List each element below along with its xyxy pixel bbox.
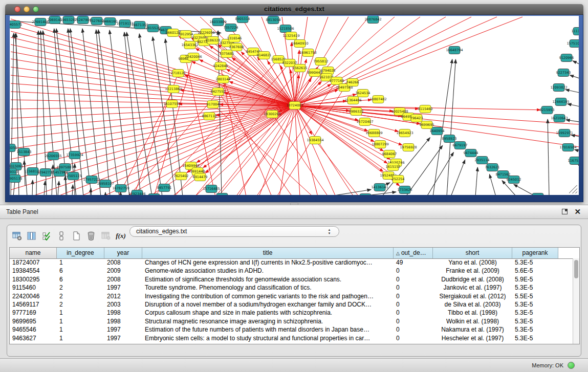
graph-node[interactable]: 2405571 — [10, 21, 22, 29]
graph-node[interactable]: 1615152 — [386, 163, 401, 171]
graph-node[interactable]: 8427552 — [211, 88, 226, 96]
graph-node[interactable]: 27691406 — [32, 18, 49, 26]
table-row[interactable]: 977716911998Corpus callosum shape and si… — [10, 309, 573, 317]
canvas-resize-grip[interactable] — [569, 185, 577, 193]
table-row[interactable]: 1872400712008Changes of HCN gene express… — [10, 258, 573, 267]
graph-node[interactable]: 19654923 — [396, 129, 413, 137]
table-row[interactable]: 946362711997Embryonic stem cells: a mode… — [10, 334, 573, 342]
column-header-pagerank[interactable]: pagerank — [512, 248, 558, 258]
graph-node[interactable]: 5905135 — [10, 175, 22, 183]
graph-node[interactable]: 15992971 — [556, 129, 573, 137]
column-header-title[interactable]: title — [142, 248, 394, 258]
graph-node[interactable]: 9227343 — [556, 69, 571, 77]
graph-node[interactable]: 17359924 — [66, 151, 83, 159]
graph-node[interactable]: 1167533 — [568, 157, 579, 165]
graph-node[interactable]: 16210643 — [551, 115, 568, 122]
graph-node[interactable]: 18807299 — [372, 141, 388, 148]
graph-node[interactable]: 6679197 — [453, 142, 468, 149]
function-builder-icon[interactable]: f(x) — [114, 230, 127, 242]
memory-status-indicator[interactable] — [568, 362, 575, 369]
table-row[interactable]: 969969511998Structural magnetic resonanc… — [10, 317, 573, 325]
graph-node[interactable]: 8920543 — [215, 193, 230, 195]
graph-node[interactable]: 2986322 — [349, 108, 364, 116]
table-row[interactable]: 2242004622012Investigating the contribut… — [10, 292, 573, 300]
graph-node[interactable]: 9457791 — [157, 184, 172, 192]
graph-node[interactable]: 7632621 — [485, 164, 500, 171]
graph-node[interactable]: 796423 — [410, 115, 423, 122]
graph-node[interactable]: 1733426 — [398, 186, 412, 194]
window-titlebar[interactable]: citations_edges.txt — [5, 4, 583, 15]
graph-node[interactable]: 16543362 — [181, 41, 198, 49]
graph-node[interactable]: 12444195 — [552, 98, 569, 106]
delete-table-icon[interactable] — [84, 230, 98, 242]
graph-node[interactable]: 7625402 — [174, 172, 189, 180]
graph-node[interactable]: 1527602 — [90, 17, 104, 25]
row-height-icon[interactable] — [55, 230, 68, 242]
graph-node[interactable]: 19756928 — [400, 144, 417, 151]
graph-node[interactable]: 1316546 — [227, 35, 242, 42]
network-canvas[interactable]: 2405571276914062069141106532871524790415… — [10, 16, 579, 195]
graph-node[interactable]: 9474444 — [464, 149, 478, 157]
float-panel-icon[interactable] — [562, 209, 568, 214]
graph-node[interactable]: 2718126 — [171, 70, 186, 77]
column-header-year[interactable]: year — [104, 248, 142, 258]
graph-node[interactable]: 5912954 — [179, 31, 193, 38]
graph-node[interactable]: 8215953 — [540, 106, 555, 114]
minimize-window-button[interactable] — [24, 6, 30, 12]
table-row[interactable]: 1830029562008Estimation of significance … — [10, 275, 573, 283]
graph-node[interactable]: 1513843 — [17, 148, 32, 156]
table-scrollbar-thumb[interactable] — [574, 260, 578, 278]
graph-node[interactable]: 7955812 — [314, 58, 329, 65]
graph-node[interactable]: 1111853 — [572, 28, 579, 35]
graph-node[interactable]: 252254 — [392, 176, 405, 183]
graph-node[interactable]: 2935114 — [475, 157, 490, 164]
graph-node[interactable]: 9146821 — [257, 52, 272, 59]
create-table-icon[interactable] — [70, 230, 83, 242]
show-columns-icon[interactable] — [25, 230, 38, 242]
graph-node[interactable]: 8958923 — [442, 135, 457, 143]
graph-node[interactable]: 3375685 — [220, 50, 234, 58]
graph-node[interactable]: 15218506 — [277, 25, 294, 33]
graph-node[interactable]: 12923446 — [128, 190, 145, 195]
close-panel-icon[interactable]: ✕ — [574, 207, 581, 216]
graph-node[interactable]: 8813054 — [266, 16, 281, 24]
graph-node[interactable]: 917004 — [207, 101, 220, 108]
graph-node[interactable]: 8905314 — [235, 16, 250, 23]
table-selector-dropdown[interactable]: citations_edges.txt ▲▼ — [129, 226, 339, 237]
graph-node[interactable]: 15716485 — [203, 185, 220, 193]
graph-node[interactable]: 16640910 — [291, 40, 308, 48]
graph-node[interactable]: 2526055 — [10, 144, 17, 152]
graph-node[interactable]: 9115460 — [418, 105, 433, 113]
graph-node[interactable]: 1562615 — [293, 64, 308, 72]
close-window-button[interactable] — [14, 6, 20, 12]
table-settings-icon[interactable] — [10, 230, 24, 242]
graph-node[interactable]: 10688809 — [365, 129, 382, 137]
graph-node[interactable]: 10807482 — [369, 96, 386, 103]
graph-node[interactable]: 7357224 — [224, 24, 238, 32]
citation-network-graph[interactable]: 2405571276914062069141106532871524790415… — [10, 16, 579, 195]
graph-node[interactable]: 16648794 — [446, 47, 463, 54]
graph-node[interactable]: 12093822 — [550, 84, 567, 92]
graph-node[interactable]: 20206555 — [45, 152, 61, 160]
graph-node[interactable]: 1148205 — [531, 193, 546, 195]
column-header-name[interactable]: name — [10, 248, 57, 258]
column-header-in_degree[interactable]: in_degree — [57, 248, 104, 258]
column-header-short[interactable]: short — [433, 248, 512, 258]
graph-node[interactable]: 9684067 — [382, 150, 397, 158]
graph-node[interactable]: 17016504 — [559, 144, 576, 151]
zoom-window-button[interactable] — [33, 6, 39, 12]
table-row[interactable]: 1456911722003Disruption of a novel membe… — [10, 300, 573, 309]
column-header-out_de[interactable]: △out_de… — [394, 248, 433, 258]
graph-node[interactable]: 20876842 — [364, 16, 381, 24]
graph-node[interactable]: 7154329 — [358, 194, 373, 195]
graph-node[interactable]: 8867110 — [202, 113, 217, 120]
select-columns-icon[interactable] — [40, 230, 53, 242]
graph-node[interactable]: 15751074 — [567, 40, 579, 48]
graph-node[interactable]: 9466160 — [103, 18, 118, 26]
graph-node[interactable]: 16033809 — [209, 18, 226, 26]
graph-node[interactable]: 2031764 — [147, 194, 162, 195]
graph-node[interactable]: 21364486 — [344, 97, 361, 104]
graph-node[interactable]: 746266 — [346, 79, 359, 86]
table-scrollbar[interactable] — [573, 258, 579, 344]
table-row[interactable]: 911546021997Tourette syndrome. Phenomeno… — [10, 283, 573, 292]
